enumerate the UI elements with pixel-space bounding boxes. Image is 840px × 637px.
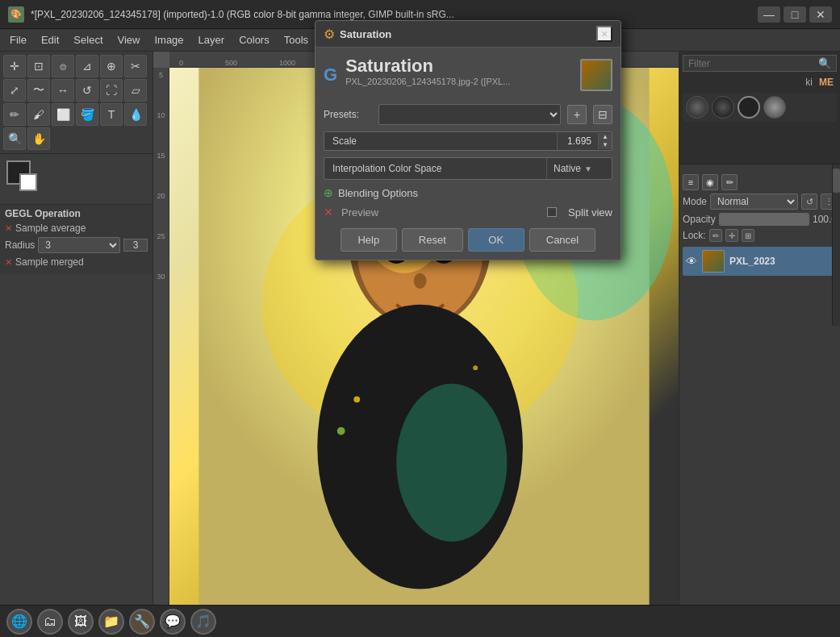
brush-preview-3[interactable] <box>738 96 760 119</box>
sat-presets-label: Presets: <box>324 109 372 120</box>
mode-row: Mode Normal ↺ ⋮ <box>683 194 837 210</box>
paths-icon[interactable]: ✏ <box>721 174 738 190</box>
sat-ok-button[interactable]: OK <box>468 228 524 252</box>
lock-all-icon[interactable]: ⊞ <box>742 229 754 242</box>
maximize-button[interactable]: □ <box>784 6 806 23</box>
move-tool[interactable]: ✛ <box>3 55 26 77</box>
sat-expand-icon[interactable]: ⊕ <box>324 186 333 199</box>
rect-select-tool[interactable]: ⊡ <box>27 55 50 77</box>
shear-tool[interactable]: ▱ <box>124 79 147 102</box>
gegl-radius-select[interactable]: 3 <box>38 237 120 253</box>
sat-splitview-checkbox[interactable] <box>547 207 557 217</box>
menu-colors[interactable]: Colors <box>232 31 276 48</box>
paintbrush-tool[interactable]: 🖌 <box>27 103 50 126</box>
mode-select[interactable]: Normal <box>710 194 798 210</box>
rotate-tool[interactable]: ↺ <box>76 79 98 102</box>
sat-presets-select[interactable] <box>378 104 561 125</box>
tool-icons-grid: ✛ ⊡ ⌾ ⊿ ⊕ ✂ ⤢ 〜 ↔ ↺ ⛶ ▱ ✏ 🖌 ⬜ 🪣 T 💧 🔍 ✋ <box>0 52 153 154</box>
sat-body: G Saturation PXL_20230206_124345178.jpg-… <box>316 48 621 260</box>
svg-point-11 <box>353 396 360 402</box>
sat-main-title: Saturation <box>345 56 572 77</box>
sat-close-button[interactable]: × <box>596 26 612 42</box>
menu-edit[interactable]: Edit <box>35 31 65 48</box>
opacity-slider[interactable] <box>719 213 809 226</box>
dropper-tool[interactable]: 💧 <box>124 103 147 126</box>
sat-presets-row: Presets: + ⊟ <box>324 104 612 125</box>
gegl-sample-x[interactable]: ✕ <box>5 223 12 234</box>
fuzzy-select-tool[interactable]: ⊕ <box>100 55 123 77</box>
minimize-button[interactable]: — <box>758 6 780 23</box>
sat-preview-label: Preview <box>341 206 539 219</box>
taskbar-icon-1[interactable]: 🌐 <box>6 609 32 635</box>
filter-input[interactable] <box>688 58 818 69</box>
saturation-dialog: ⚙ Saturation × G Saturation PXL_20230206… <box>315 20 621 260</box>
mode-reset-icon[interactable]: ↺ <box>801 194 817 210</box>
ruler-tick-0: 0 <box>179 59 183 67</box>
menu-view[interactable]: View <box>111 31 147 48</box>
eraser-tool[interactable]: ⬜ <box>52 103 74 126</box>
scissors-tool[interactable]: ✂ <box>124 55 147 77</box>
taskbar-icon-7[interactable]: 🎵 <box>190 609 216 635</box>
pencil-tool[interactable]: ✏ <box>3 103 26 126</box>
layer-visibility-icon[interactable]: 👁 <box>686 255 697 268</box>
sat-filename: PXL_20230206_124345178.jpg-2 ([PXL... <box>345 77 572 86</box>
sat-manage-presets-button[interactable]: ⊟ <box>593 105 612 124</box>
scroll-bar[interactable] <box>832 164 840 326</box>
taskbar-icon-5[interactable]: 🔧 <box>129 609 155 635</box>
sat-help-button[interactable]: Help <box>341 228 397 252</box>
sat-add-preset-button[interactable]: + <box>567 105 587 124</box>
bucket-fill-tool[interactable]: 🪣 <box>76 103 98 126</box>
taskbar-icon-3[interactable]: 🖼 <box>68 609 94 635</box>
zoom-tool[interactable]: 🔍 <box>3 127 26 150</box>
toolbox: ✛ ⊡ ⌾ ⊿ ⊕ ✂ ⤢ 〜 ↔ ↺ ⛶ ▱ ✏ 🖌 ⬜ 🪣 T 💧 🔍 ✋ <box>0 52 153 605</box>
gegl-merged-label: Sample merged <box>15 256 84 268</box>
opacity-row: Opacity 100.0 <box>683 213 837 226</box>
sat-scale-down-button[interactable]: ▼ <box>599 141 612 149</box>
scale-tool[interactable]: ⛶ <box>100 79 123 102</box>
gegl-merged-x[interactable]: ✕ <box>5 257 12 268</box>
sat-scale-up-button[interactable]: ▲ <box>599 133 612 141</box>
brush-preview-1[interactable] <box>686 96 708 119</box>
layer-item[interactable]: 👁 PXL_2023 <box>683 247 837 276</box>
sat-reset-button[interactable]: Reset <box>402 228 463 252</box>
free-select-tool[interactable]: ⊿ <box>76 55 98 77</box>
sat-interp-select[interactable]: Native ▼ <box>547 160 612 177</box>
menu-image[interactable]: Image <box>148 31 190 48</box>
ruler-left-5: 5 <box>159 71 163 79</box>
gegl-title: GEGL Operation <box>5 208 148 219</box>
flip-tool[interactable]: ↔ <box>52 79 74 102</box>
text-tool[interactable]: T <box>100 103 123 126</box>
sat-preview-x-icon[interactable]: ✕ <box>324 206 333 219</box>
menu-select[interactable]: Select <box>67 31 109 48</box>
layers-icon[interactable]: ≡ <box>683 174 699 190</box>
channels-icon[interactable]: ◉ <box>702 174 718 190</box>
ellipse-select-tool[interactable]: ⌾ <box>52 55 74 77</box>
taskbar-icon-6[interactable]: 💬 <box>160 609 186 635</box>
gegl-radius-input[interactable] <box>123 239 148 252</box>
brush-preview-2[interactable] <box>712 96 734 119</box>
gegl-merged-row: ✕ Sample merged <box>5 256 148 268</box>
menu-layer[interactable]: Layer <box>192 31 232 48</box>
warp-tool[interactable]: 〜 <box>27 79 50 102</box>
color-area <box>0 154 153 204</box>
color-swatches[interactable] <box>6 160 47 198</box>
sat-cancel-button[interactable]: Cancel <box>529 228 596 252</box>
sat-header-row: G Saturation PXL_20230206_124345178.jpg-… <box>324 56 612 94</box>
brush-preview-4[interactable] <box>763 96 786 119</box>
close-button[interactable]: ✕ <box>809 6 832 23</box>
sat-preview-thumbnail <box>580 59 612 91</box>
sat-blend-row: ⊕ Blending Options <box>324 186 612 199</box>
transform-tool[interactable]: ⤢ <box>3 79 26 102</box>
pan-tool[interactable]: ✋ <box>27 127 50 150</box>
taskbar-icon-2[interactable]: 🗂 <box>37 609 63 635</box>
menu-file[interactable]: File <box>3 31 33 48</box>
ruler-left-10: 10 <box>157 111 165 119</box>
menu-tools[interactable]: Tools <box>278 31 315 48</box>
background-color[interactable] <box>19 173 37 191</box>
lock-pixels-icon[interactable]: ✏ <box>709 229 722 242</box>
ruler-tick-1000: 1000 <box>279 59 295 67</box>
taskbar-icon-4[interactable]: 📁 <box>98 609 124 635</box>
scroll-thumb[interactable] <box>833 169 840 193</box>
lock-position-icon[interactable]: ✛ <box>725 229 738 242</box>
svg-point-10 <box>396 384 507 542</box>
